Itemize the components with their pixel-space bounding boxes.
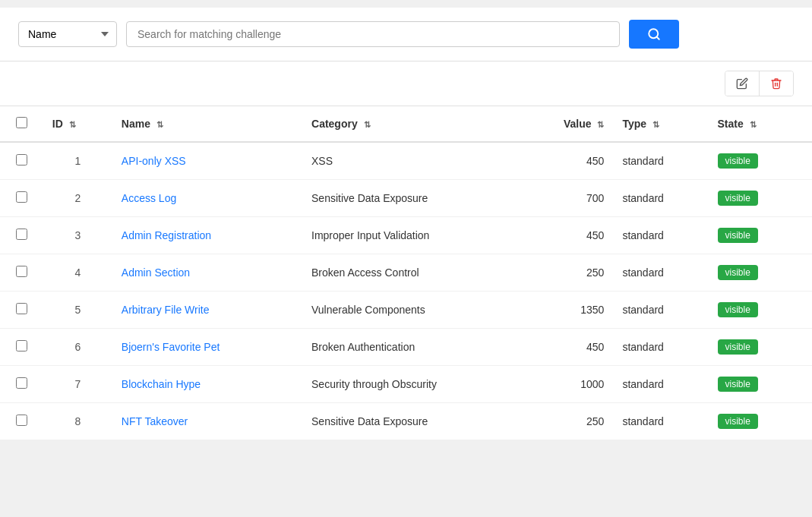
category-sort-icon: ⇅ <box>364 120 371 130</box>
row-category-8: Sensitive Data Exposure <box>302 403 527 440</box>
delete-button[interactable] <box>760 71 793 96</box>
state-badge-5: visible <box>718 302 758 317</box>
row-select-5[interactable] <box>16 303 27 314</box>
row-id-3: 3 <box>43 217 112 254</box>
table-row: 8 NFT Takeover Sensitive Data Exposure 2… <box>0 403 812 440</box>
row-select-6[interactable] <box>16 340 27 351</box>
search-filter-select[interactable]: Name Category Type <box>18 21 117 47</box>
state-badge-4: visible <box>718 265 758 280</box>
row-category-3: Improper Input Validation <box>302 217 527 254</box>
row-category-1: XSS <box>302 142 527 180</box>
row-state-1: visible <box>709 142 813 180</box>
challenge-link-1[interactable]: API-only XSS <box>122 155 186 167</box>
row-name-4[interactable]: Admin Section <box>112 254 302 292</box>
table-header: ID ⇅ Name ⇅ Category ⇅ Value ⇅ Type ⇅ <box>0 106 812 143</box>
row-type-6: standard <box>613 329 708 366</box>
row-select-7[interactable] <box>16 377 27 389</box>
row-type-4: standard <box>613 254 708 292</box>
row-select-2[interactable] <box>16 191 27 203</box>
row-checkbox-2[interactable] <box>0 180 43 217</box>
value-sort-icon: ⇅ <box>597 120 604 130</box>
header-state[interactable]: State ⇅ <box>709 106 813 143</box>
row-type-5: standard <box>613 292 708 329</box>
id-sort-icon: ⇅ <box>69 120 76 130</box>
row-name-3[interactable]: Admin Registration <box>112 217 302 254</box>
header-checkbox[interactable] <box>0 106 43 143</box>
row-select-4[interactable] <box>16 266 27 277</box>
row-category-2: Sensitive Data Exposure <box>302 180 527 217</box>
state-badge-2: visible <box>718 191 758 206</box>
challenge-link-2[interactable]: Access Log <box>122 192 176 204</box>
challenge-link-6[interactable]: Bjoern's Favorite Pet <box>122 341 220 353</box>
trash-icon <box>770 77 782 90</box>
row-checkbox-7[interactable] <box>0 366 43 403</box>
row-value-3: 450 <box>527 217 614 254</box>
header-type[interactable]: Type ⇅ <box>613 106 708 143</box>
action-buttons <box>725 71 794 96</box>
table-body: 1 API-only XSS XSS 450 standard visible … <box>0 142 812 440</box>
search-icon <box>647 27 661 41</box>
state-sort-icon: ⇅ <box>750 120 757 130</box>
row-state-3: visible <box>709 217 813 254</box>
state-badge-1: visible <box>718 153 758 169</box>
row-type-7: standard <box>613 366 708 403</box>
row-checkbox-6[interactable] <box>0 329 43 366</box>
challenge-link-7[interactable]: Blockchain Hype <box>122 378 201 390</box>
svg-line-1 <box>656 36 659 39</box>
row-type-2: standard <box>613 180 708 217</box>
row-checkbox-5[interactable] <box>0 292 43 329</box>
header-category[interactable]: Category ⇅ <box>302 106 527 143</box>
row-type-3: standard <box>613 217 708 254</box>
row-checkbox-1[interactable] <box>0 142 43 180</box>
row-name-7[interactable]: Blockchain Hype <box>112 366 302 403</box>
challenges-table: ID ⇅ Name ⇅ Category ⇅ Value ⇅ Type ⇅ <box>0 106 812 440</box>
row-checkbox-4[interactable] <box>0 254 43 292</box>
row-name-8[interactable]: NFT Takeover <box>112 403 302 440</box>
row-select-1[interactable] <box>16 154 27 166</box>
header-value[interactable]: Value ⇅ <box>527 106 614 143</box>
challenge-link-8[interactable]: NFT Takeover <box>122 415 188 427</box>
row-id-8: 8 <box>43 403 112 440</box>
row-category-7: Security through Obscurity <box>302 366 527 403</box>
table-row: 4 Admin Section Broken Access Control 25… <box>0 254 812 292</box>
row-value-2: 700 <box>527 180 614 217</box>
state-badge-8: visible <box>718 414 758 429</box>
row-name-6[interactable]: Bjoern's Favorite Pet <box>112 329 302 366</box>
header-id[interactable]: ID ⇅ <box>43 106 112 143</box>
table-row: 1 API-only XSS XSS 450 standard visible <box>0 142 812 180</box>
row-id-4: 4 <box>43 254 112 292</box>
row-value-6: 450 <box>527 329 614 366</box>
row-value-5: 1350 <box>527 292 614 329</box>
top-bar <box>0 0 812 8</box>
table-row: 5 Arbitrary File Write Vulnerable Compon… <box>0 292 812 329</box>
row-select-3[interactable] <box>16 229 27 240</box>
table-row: 3 Admin Registration Improper Input Vali… <box>0 217 812 254</box>
challenge-link-3[interactable]: Admin Registration <box>122 229 211 241</box>
state-badge-6: visible <box>718 339 758 355</box>
row-checkbox-3[interactable] <box>0 217 43 254</box>
row-state-6: visible <box>709 329 813 366</box>
select-all-checkbox[interactable] <box>16 117 27 128</box>
challenge-link-4[interactable]: Admin Section <box>122 266 190 279</box>
row-name-5[interactable]: Arbitrary File Write <box>112 292 302 329</box>
table-row: 2 Access Log Sensitive Data Exposure 700… <box>0 180 812 217</box>
state-badge-3: visible <box>718 228 758 243</box>
row-value-7: 1000 <box>527 366 614 403</box>
row-id-6: 6 <box>43 329 112 366</box>
type-sort-icon: ⇅ <box>652 120 659 130</box>
row-category-6: Broken Authentication <box>302 329 527 366</box>
table-row: 6 Bjoern's Favorite Pet Broken Authentic… <box>0 329 812 366</box>
row-checkbox-8[interactable] <box>0 403 43 440</box>
row-id-1: 1 <box>43 142 112 180</box>
name-sort-icon: ⇅ <box>156 120 163 130</box>
header-name[interactable]: Name ⇅ <box>112 106 302 143</box>
row-select-8[interactable] <box>16 415 27 426</box>
row-name-1[interactable]: API-only XSS <box>112 142 302 180</box>
challenge-link-5[interactable]: Arbitrary File Write <box>122 304 210 316</box>
search-button[interactable] <box>629 20 679 49</box>
row-category-4: Broken Access Control <box>302 254 527 292</box>
search-input[interactable] <box>126 21 620 47</box>
row-state-8: visible <box>709 403 813 440</box>
row-name-2[interactable]: Access Log <box>112 180 302 217</box>
edit-button[interactable] <box>725 71 760 96</box>
